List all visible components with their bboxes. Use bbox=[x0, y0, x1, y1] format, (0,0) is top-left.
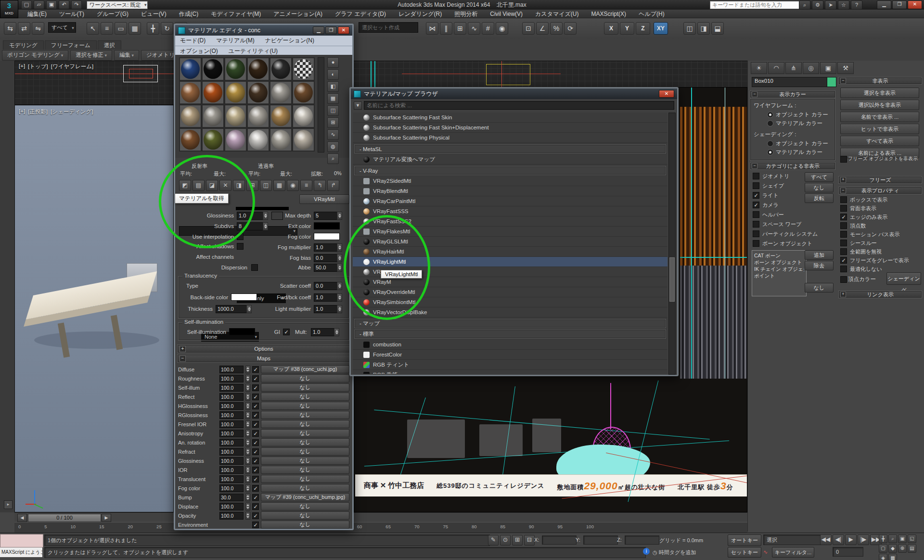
status-icon[interactable]: ✎ bbox=[488, 535, 499, 546]
status-icon[interactable]: ⊞ bbox=[512, 535, 523, 546]
category-checkbox[interactable] bbox=[753, 221, 759, 228]
fog-bias-value[interactable]: 0.0 bbox=[314, 254, 338, 262]
category-checkbox-row[interactable]: ライト bbox=[753, 191, 806, 200]
material-sample-slot[interactable] bbox=[292, 128, 315, 152]
map-amount-value[interactable]: 100.0 bbox=[219, 402, 244, 410]
ribbon-tab[interactable]: モデリング bbox=[3, 40, 44, 50]
affect-shadows-checkbox[interactable] bbox=[237, 243, 244, 250]
viewport-nav-icon[interactable]: ◱ bbox=[908, 535, 916, 543]
map-amount-value[interactable]: 100.0 bbox=[219, 448, 244, 456]
snap-tool-icon[interactable]: ⟳ bbox=[564, 22, 577, 35]
quick-access-icon[interactable]: ↶ bbox=[59, 0, 69, 9]
map-enable-checkbox[interactable] bbox=[252, 485, 259, 492]
map-enable-checkbox[interactable] bbox=[252, 403, 259, 409]
display-prop-row[interactable]: 頂点数 bbox=[840, 221, 921, 230]
rollout-collapse-icon[interactable]: − bbox=[840, 78, 846, 84]
palette-tool-icon[interactable]: ⌕ bbox=[327, 153, 339, 164]
selection-set-input[interactable] bbox=[359, 22, 418, 33]
map-amount-spinner[interactable] bbox=[245, 366, 250, 373]
map-enable-checkbox[interactable] bbox=[252, 394, 259, 400]
toolbar-icon[interactable]: ◨ bbox=[697, 22, 710, 35]
rollout-collapse-icon[interactable]: + bbox=[840, 292, 846, 297]
viewport-nav-icon[interactable]: ◈ bbox=[879, 554, 887, 560]
link-tool-icon[interactable]: ⇆ bbox=[4, 22, 16, 35]
category-checkbox[interactable] bbox=[753, 202, 759, 208]
map-amount-spinner[interactable] bbox=[245, 503, 250, 510]
select-tool-icon[interactable]: ≡ bbox=[101, 22, 113, 35]
map-amount-spinner[interactable] bbox=[245, 420, 250, 428]
browser-list-item[interactable]: VRay2SidedMtl bbox=[353, 176, 667, 186]
time-tag[interactable]: ◷ 時間タグを追加 bbox=[653, 549, 696, 556]
axis-constraint-button[interactable]: X bbox=[604, 22, 618, 35]
next-frame-button[interactable]: ▶ bbox=[102, 514, 111, 522]
category-checkbox-row[interactable]: ヘルパー bbox=[753, 210, 806, 219]
command-panel-tab-icon[interactable]: ◎ bbox=[803, 62, 819, 74]
display-prop-checkbox[interactable] bbox=[840, 240, 847, 246]
browser-list-item[interactable]: VRayCarPaintMtl bbox=[353, 196, 667, 206]
help-search-input[interactable] bbox=[710, 1, 800, 9]
ribbon-tab[interactable]: フリーフォーム bbox=[45, 40, 97, 50]
browser-scrollbar[interactable] bbox=[668, 113, 676, 375]
map-enable-checkbox[interactable] bbox=[252, 439, 259, 446]
rollout-hide[interactable]: − 非表示 bbox=[838, 77, 922, 85]
playback-button[interactable]: ◀| bbox=[833, 535, 844, 545]
map-amount-value[interactable]: 100.0 bbox=[219, 466, 244, 474]
self-illumination-swatch[interactable] bbox=[229, 328, 255, 335]
material-sample-slot[interactable] bbox=[179, 57, 202, 81]
map-amount-value[interactable]: 100.0 bbox=[219, 512, 244, 520]
exit-color-swatch[interactable] bbox=[314, 222, 340, 229]
map-target-button[interactable]: なし bbox=[261, 383, 349, 392]
category-checkbox[interactable] bbox=[753, 173, 759, 179]
browser-list-item[interactable]: - マップ bbox=[354, 319, 666, 328]
fwd-bck-coeff-value[interactable]: 1.0 bbox=[314, 293, 338, 302]
menu-item[interactable]: ツール(T) bbox=[53, 10, 90, 18]
key-filter-button[interactable]: キーフィルタ... bbox=[772, 547, 814, 558]
map-enable-checkbox[interactable] bbox=[252, 476, 259, 483]
hide-button[interactable]: 選択以外を非表示 bbox=[840, 100, 919, 110]
browser-titlebar[interactable]: マテリアル/マップ ブラウザ bbox=[351, 89, 677, 99]
bone-none-button[interactable]: なし bbox=[805, 283, 834, 293]
viewport-nav-icon[interactable]: ⊕ bbox=[898, 544, 907, 553]
selection-filter[interactable]: すべて bbox=[48, 22, 76, 33]
map-amount-value[interactable]: 100.0 bbox=[219, 420, 244, 428]
menu-item[interactable]: グラフ エディタ(D) bbox=[329, 10, 392, 18]
map-target-button[interactable]: なし bbox=[261, 429, 349, 437]
display-prop-checkbox[interactable] bbox=[840, 248, 847, 255]
map-amount-spinner[interactable] bbox=[245, 411, 250, 419]
map-amount-value[interactable]: 100.0 bbox=[219, 375, 244, 382]
material-sample-slot[interactable] bbox=[247, 57, 270, 81]
mult-value[interactable]: 1.0 bbox=[311, 328, 335, 336]
palette-tool-icon[interactable]: ▦ bbox=[327, 93, 339, 104]
map-amount-value[interactable]: 100.0 bbox=[219, 439, 244, 446]
toolbar-icon[interactable]: ◉ bbox=[496, 22, 508, 35]
display-prop-checkbox[interactable] bbox=[840, 231, 847, 238]
selection-set-combo[interactable]: 選択 bbox=[763, 535, 822, 545]
ribbon-panel-button[interactable]: ポリゴン モデリング bbox=[2, 50, 68, 61]
rollout-collapse-icon[interactable]: − bbox=[840, 188, 846, 193]
radio-object-color-shading[interactable] bbox=[767, 140, 773, 147]
category-checkbox[interactable] bbox=[753, 230, 759, 237]
map-amount-spinner[interactable] bbox=[245, 466, 250, 474]
category-checkbox-row[interactable]: パーティクル システム bbox=[753, 229, 806, 239]
map-amount-spinner[interactable] bbox=[245, 448, 250, 456]
hide-button[interactable]: 名前で非表示 ... bbox=[840, 112, 919, 122]
browser-list-item[interactable]: - 標準 bbox=[354, 330, 666, 339]
rollout-freeze[interactable]: + フリーズ bbox=[838, 176, 922, 184]
map-enable-checkbox[interactable] bbox=[252, 384, 259, 391]
menu-item[interactable]: Civil View(V) bbox=[484, 10, 529, 18]
help-toolbar-icon[interactable]: ⚙ bbox=[812, 0, 823, 10]
rollout-collapse-icon[interactable]: − bbox=[752, 91, 757, 97]
display-prop-checkbox[interactable] bbox=[840, 266, 847, 272]
rollout-link-display[interactable]: + リンク表示 bbox=[838, 291, 922, 298]
browser-list-item[interactable]: マテリアル変換へマップ bbox=[353, 154, 667, 165]
material-type-button[interactable]: VRayMtl bbox=[299, 194, 349, 204]
map-amount-value[interactable]: 100.0 bbox=[219, 384, 244, 392]
browser-list-item[interactable]: - V-Ray bbox=[354, 166, 666, 175]
fog-bias-spinner[interactable] bbox=[337, 254, 342, 262]
map-enable-checkbox[interactable] bbox=[252, 522, 259, 528]
select-tool-icon[interactable]: ▦ bbox=[128, 22, 141, 35]
display-prop-checkbox[interactable] bbox=[840, 214, 847, 220]
ui-toggle-button[interactable]: ▸ bbox=[4, 500, 13, 509]
auto-key-button[interactable]: オートキー bbox=[728, 535, 761, 546]
rollout-collapse-icon[interactable]: − bbox=[752, 163, 757, 169]
